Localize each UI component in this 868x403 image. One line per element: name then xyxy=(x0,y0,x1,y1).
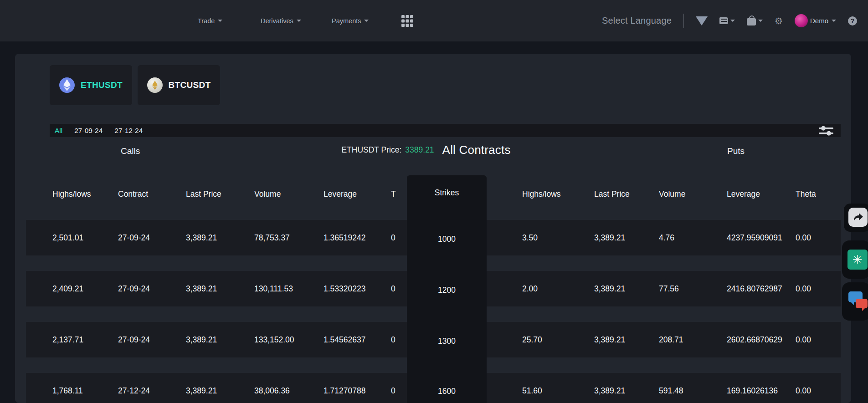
wallet-menu[interactable] xyxy=(747,16,763,26)
strikes-header: Strikes xyxy=(407,188,487,198)
filter-sliders-icon[interactable] xyxy=(817,125,835,138)
col-puts-leverage: Leverage xyxy=(727,189,760,199)
puts-last-price: 3,389.21 xyxy=(594,284,625,294)
nav-payments-label: Payments xyxy=(332,17,361,25)
top-nav-bar: Trade Derivatives Payments Select Langua… xyxy=(0,0,868,41)
puts-theta: 0.00 xyxy=(796,335,811,345)
chevron-down-icon xyxy=(364,20,369,22)
header-divider xyxy=(683,14,684,28)
calls-contract: 27-12-24 xyxy=(118,386,150,396)
col-calls-last-price: Last Price xyxy=(186,189,221,199)
calls-highs-lows: 2,409.21 xyxy=(52,284,83,294)
nav-payments[interactable]: Payments xyxy=(332,0,369,41)
nav-trade[interactable]: Trade xyxy=(198,0,222,41)
calls-leverage: 1.53320223 xyxy=(324,284,365,294)
chat-widget-icon[interactable] xyxy=(847,291,868,312)
calls-volume: 78,753.37 xyxy=(254,233,290,243)
calls-last-price: 3,389.21 xyxy=(186,233,217,243)
avatar xyxy=(795,14,808,27)
col-puts-volume: Volume xyxy=(659,189,685,199)
btc-icon xyxy=(147,77,163,93)
chatgpt-widget xyxy=(842,240,868,279)
calls-leverage: 1.36519242 xyxy=(324,233,365,243)
col-calls-leverage: Leverage xyxy=(324,189,357,199)
page-title: All Contracts xyxy=(442,143,511,157)
tab-27-12-24[interactable]: 27-12-24 xyxy=(114,127,143,135)
calls-contract: 27-09-24 xyxy=(118,284,150,294)
strike-value: 1000 xyxy=(407,235,487,244)
chatgpt-icon[interactable] xyxy=(847,250,868,270)
nav-derivatives-label: Derivatives xyxy=(261,17,293,25)
calls-leverage: 1.54562637 xyxy=(324,335,365,345)
col-calls-highs-lows: Highs/lows xyxy=(52,189,91,199)
chevron-down-icon xyxy=(297,20,301,22)
strike-value: 1200 xyxy=(407,286,487,295)
tab-all[interactable]: All xyxy=(55,127,62,135)
calls-contract: 27-09-24 xyxy=(118,335,150,345)
puts-theta: 0.00 xyxy=(796,233,811,243)
language-selector[interactable]: Select Language xyxy=(602,15,672,26)
calls-last-price: 3,389.21 xyxy=(186,386,217,396)
pair-label: BTCUSDT xyxy=(169,80,211,90)
chevron-down-icon xyxy=(218,20,222,22)
calls-volume: 133,152.00 xyxy=(254,335,294,345)
nav-trade-label: Trade xyxy=(198,17,215,25)
user-menu[interactable]: Demo xyxy=(795,14,836,27)
puts-highs-lows: 2.00 xyxy=(522,284,538,294)
help-icon[interactable] xyxy=(848,16,857,26)
nav-derivatives[interactable]: Derivatives xyxy=(261,0,301,41)
col-puts-highs-lows: Highs/lows xyxy=(522,189,561,199)
strikes-column: Strikes 1000 1200 1300 1600 xyxy=(407,175,487,403)
header-right-controls: Select Language ⚙ Demo xyxy=(602,0,857,41)
chevron-down-icon xyxy=(730,20,735,22)
calls-leverage: 1.71270788 xyxy=(324,386,365,396)
puts-highs-lows: 51.60 xyxy=(522,386,542,396)
eth-icon xyxy=(59,77,75,93)
puts-leverage: 169.16026136 xyxy=(727,386,778,396)
calls-theta: 0 xyxy=(391,386,395,396)
center-title: ETHUSDT Price: 3389.21 All Contracts xyxy=(341,143,510,157)
col-puts-last-price: Last Price xyxy=(594,189,630,199)
calls-title: Calls xyxy=(121,146,140,156)
puts-volume: 77.56 xyxy=(659,284,679,294)
pair-button-ethusdt[interactable]: ETHUSDT xyxy=(50,65,132,105)
pair-button-btcusdt[interactable]: BTCUSDT xyxy=(138,65,220,105)
price-value: 3389.21 xyxy=(405,145,434,155)
language-triangle-icon[interactable] xyxy=(696,16,708,26)
strike-value: 1300 xyxy=(407,337,487,346)
chat-widget xyxy=(842,282,868,321)
puts-last-price: 3,389.21 xyxy=(594,335,625,345)
puts-leverage: 2416.80762987 xyxy=(727,284,782,294)
pair-label: ETHUSDT xyxy=(81,80,123,90)
user-name: Demo xyxy=(810,17,828,25)
calls-highs-lows: 2,137.71 xyxy=(52,335,83,345)
chat-bubble-red-icon xyxy=(856,299,868,308)
share-widget xyxy=(844,204,868,232)
calls-volume: 130,111.53 xyxy=(254,284,293,294)
orderbook-menu[interactable] xyxy=(719,17,735,24)
calls-volume: 38,006.36 xyxy=(254,386,290,396)
calls-theta: 0 xyxy=(391,284,395,294)
calls-last-price: 3,389.21 xyxy=(186,284,217,294)
calls-theta: 0 xyxy=(391,335,395,345)
expiry-tabbar: All 27-09-24 27-12-24 xyxy=(50,124,841,137)
orderbook-icon xyxy=(719,17,728,24)
col-calls-volume: Volume xyxy=(254,189,281,199)
apps-grid-icon[interactable] xyxy=(401,15,413,29)
puts-leverage: 4237.95909091 xyxy=(727,233,782,243)
wallet-icon xyxy=(747,18,756,26)
chevron-down-icon xyxy=(832,20,836,22)
puts-leverage: 2602.66870629 xyxy=(727,335,782,345)
puts-theta: 0.00 xyxy=(796,284,811,294)
puts-volume: 4.76 xyxy=(659,233,674,243)
col-calls-contract: Contract xyxy=(118,189,148,199)
tab-27-09-24[interactable]: 27-09-24 xyxy=(74,127,103,135)
puts-last-price: 3,389.21 xyxy=(594,386,625,396)
settings-gear-icon[interactable]: ⚙ xyxy=(775,15,783,26)
calls-last-price: 3,389.21 xyxy=(186,335,217,345)
col-puts-theta: Theta xyxy=(796,189,816,199)
puts-highs-lows: 25.70 xyxy=(522,335,542,345)
options-panel: ETHUSDT BTCUSDT All 27-09-24 27-12-24 Ca… xyxy=(15,54,851,403)
share-icon[interactable] xyxy=(848,208,868,227)
calls-highs-lows: 2,501.01 xyxy=(52,233,83,243)
